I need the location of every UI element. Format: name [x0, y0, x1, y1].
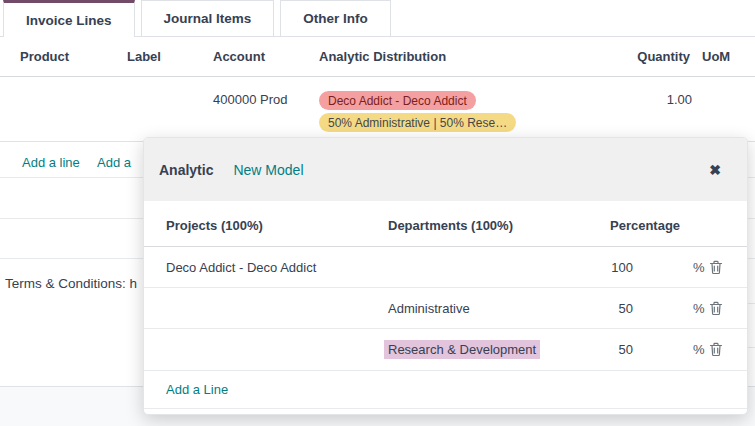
percent-sign: %	[693, 247, 705, 287]
notebook-tabbar: Invoice Lines Journal Items Other Info	[0, 0, 755, 37]
popup-column-departments: Departments (100%)	[388, 218, 513, 233]
trash-icon[interactable]	[709, 247, 723, 287]
popup-table-row: Administrative 50 %	[144, 288, 747, 329]
analytic-tag-project[interactable]: Deco Addict - Deco Addict	[319, 91, 476, 110]
tab-invoice-lines[interactable]: Invoice Lines	[3, 0, 135, 37]
invoice-table-header: Product Label Account Analytic Distribut…	[0, 37, 755, 77]
column-header-label: Label	[127, 49, 161, 64]
percentage-input[interactable]: 100	[533, 247, 633, 287]
column-header-product: Product	[20, 49, 69, 64]
popup-table-row: Research & Development 50 %	[144, 329, 747, 371]
popup-add-row: Add a Line	[144, 371, 747, 409]
column-header-quantity: Quantity	[637, 49, 690, 64]
tab-other-info[interactable]: Other Info	[280, 0, 391, 36]
percentage-input[interactable]: 50	[533, 329, 633, 370]
analytic-tag-departments[interactable]: 50% Administrative | 50% Rese…	[319, 113, 516, 132]
percent-sign: %	[693, 329, 705, 370]
column-header-analytic-distribution: Analytic Distribution	[319, 49, 446, 64]
account-cell[interactable]: 400000 Prod	[213, 92, 287, 107]
trash-icon[interactable]	[709, 288, 723, 328]
terms-conditions-text[interactable]: Terms & Conditions: h	[5, 276, 137, 291]
selected-text-highlight: Research & Development	[384, 340, 540, 359]
popup-title: Analytic	[159, 162, 213, 178]
analytic-popup-header: Analytic New Model ✖	[144, 138, 747, 201]
add-a-line-link[interactable]: Add a line	[22, 155, 80, 170]
new-model-link[interactable]: New Model	[233, 162, 303, 178]
trash-icon[interactable]	[709, 329, 723, 370]
percent-sign: %	[693, 288, 705, 328]
close-icon[interactable]: ✖	[709, 163, 721, 177]
popup-table-header: Projects (100%) Departments (100%) Perce…	[144, 204, 747, 247]
analytic-popup: Analytic New Model ✖ Projects (100%) Dep…	[143, 137, 748, 415]
popup-table-row: Deco Addict - Deco Addict 100 %	[144, 247, 747, 288]
column-header-uom: UoM	[702, 49, 730, 64]
project-cell[interactable]: Deco Addict - Deco Addict	[166, 247, 316, 287]
quantity-cell[interactable]: 1.00	[667, 92, 692, 107]
popup-column-projects: Projects (100%)	[166, 218, 263, 233]
invoice-form-page: Invoice Lines Journal Items Other Info P…	[0, 0, 755, 426]
popup-add-a-line-link[interactable]: Add a Line	[166, 382, 228, 397]
percentage-input[interactable]: 50	[533, 288, 633, 328]
add-a-section-link[interactable]: Add a	[97, 155, 131, 170]
column-header-account: Account	[213, 49, 265, 64]
tab-journal-items[interactable]: Journal Items	[141, 0, 275, 36]
department-cell[interactable]: Administrative	[388, 288, 470, 328]
popup-column-percentage: Percentage	[610, 218, 680, 233]
department-cell-selected[interactable]: Research & Development	[388, 329, 540, 370]
